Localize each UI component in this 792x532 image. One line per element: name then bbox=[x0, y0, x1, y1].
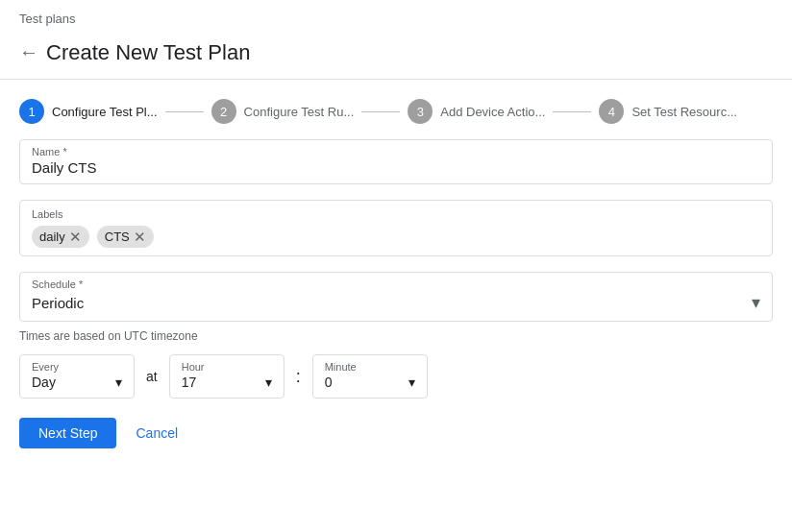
schedule-select[interactable]: Schedule * Periodic ▾ bbox=[19, 272, 773, 322]
colon-separator: : bbox=[296, 367, 301, 387]
schedule-value: Periodic bbox=[32, 295, 84, 311]
chip-daily-text: daily bbox=[39, 230, 65, 244]
every-select[interactable]: Every Day ▾ bbox=[19, 354, 135, 399]
step-2-circle: 2 bbox=[211, 99, 236, 124]
every-value: Day bbox=[32, 375, 56, 390]
step-4-circle: 4 bbox=[599, 99, 624, 124]
timezone-note: Times are based on UTC timezone bbox=[19, 329, 773, 343]
name-label: Name * bbox=[32, 146, 760, 157]
page-title: Create New Test Plan bbox=[46, 40, 250, 65]
hour-label: Hour bbox=[182, 361, 272, 373]
schedule-section: Schedule * Periodic ▾ bbox=[19, 272, 773, 322]
back-icon: ← bbox=[19, 41, 38, 63]
at-label: at bbox=[146, 369, 158, 384]
hour-dropdown-icon: ▾ bbox=[265, 375, 272, 390]
step-1-label: Configure Test Pl... bbox=[52, 105, 158, 119]
minute-label: Minute bbox=[325, 361, 415, 373]
breadcrumb: Test plans bbox=[0, 0, 792, 34]
name-value: Daily CTS bbox=[32, 159, 97, 176]
minute-select[interactable]: Minute 0 ▾ bbox=[312, 354, 428, 399]
periodic-row: Every Day ▾ at Hour 17 ▾ : Minute 0 ▾ bbox=[19, 354, 773, 399]
step-4: 4 Set Test Resourc... bbox=[599, 99, 737, 124]
step-1: 1 Configure Test Pl... bbox=[19, 99, 158, 124]
every-label: Every bbox=[32, 361, 122, 373]
chip-cts: CTS ✕ bbox=[97, 226, 154, 248]
chip-daily: daily ✕ bbox=[32, 226, 89, 248]
chip-daily-remove-icon: ✕ bbox=[69, 230, 82, 244]
stepper: 1 Configure Test Pl... 2 Configure Test … bbox=[0, 80, 792, 139]
schedule-dropdown-icon: ▾ bbox=[752, 292, 760, 313]
hour-select[interactable]: Hour 17 ▾ bbox=[169, 354, 285, 399]
step-4-label: Set Test Resourc... bbox=[631, 105, 737, 119]
name-field[interactable]: Name * Daily CTS bbox=[19, 139, 773, 184]
step-2: 2 Configure Test Ru... bbox=[211, 99, 355, 124]
action-row: Next Step Cancel bbox=[0, 418, 792, 448]
next-step-button[interactable]: Next Step bbox=[19, 418, 116, 448]
labels-label: Labels bbox=[32, 208, 760, 220]
chip-cts-remove-icon: ✕ bbox=[134, 230, 146, 244]
minute-value: 0 bbox=[325, 375, 333, 390]
step-3-circle: 3 bbox=[408, 99, 433, 124]
minute-dropdown-icon: ▾ bbox=[408, 375, 415, 390]
chip-cts-text: CTS bbox=[105, 230, 130, 244]
cancel-button[interactable]: Cancel bbox=[132, 418, 182, 448]
chip-daily-remove[interactable]: ✕ bbox=[69, 230, 82, 244]
hour-value: 17 bbox=[182, 375, 197, 390]
every-dropdown-icon: ▾ bbox=[115, 375, 122, 390]
back-button[interactable]: ← bbox=[19, 37, 46, 67]
step-2-label: Configure Test Ru... bbox=[244, 105, 355, 119]
step-3-label: Add Device Actio... bbox=[440, 105, 545, 119]
schedule-label: Schedule * bbox=[32, 278, 760, 290]
step-3: 3 Add Device Actio... bbox=[408, 99, 545, 124]
labels-field[interactable]: Labels daily ✕ CTS ✕ bbox=[19, 200, 773, 256]
step-connector-2 bbox=[361, 111, 400, 112]
step-connector-1 bbox=[165, 111, 204, 112]
chip-cts-remove[interactable]: ✕ bbox=[134, 230, 146, 244]
chips-container: daily ✕ CTS ✕ bbox=[32, 226, 760, 248]
step-1-circle: 1 bbox=[19, 99, 44, 124]
step-connector-3 bbox=[553, 111, 591, 112]
